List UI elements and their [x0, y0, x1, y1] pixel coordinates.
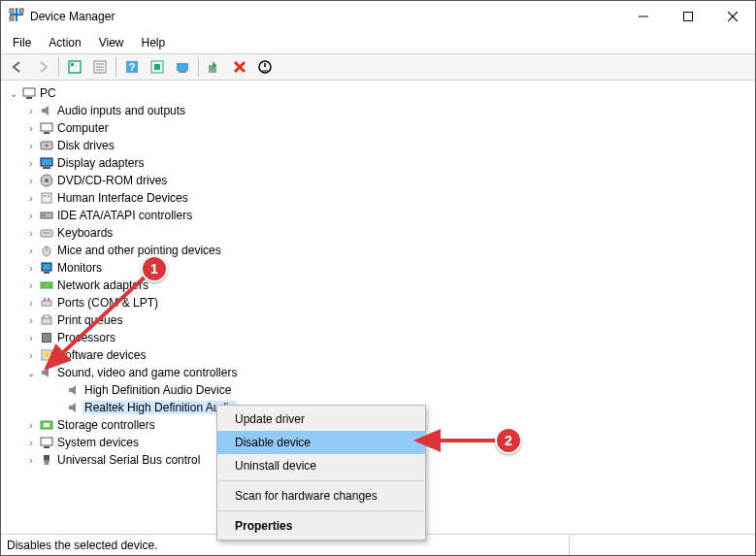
menu-item-uninstall-device[interactable]: Uninstall device [217, 454, 425, 477]
minimize-button[interactable] [621, 1, 666, 32]
tree-node[interactable]: ›IDE ATA/ATAPI controllers [3, 207, 753, 224]
maximize-button[interactable] [666, 1, 710, 32]
properties-button[interactable] [88, 55, 112, 79]
svg-rect-10 [69, 61, 81, 73]
uninstall-button[interactable] [228, 55, 251, 79]
annotation-arrow-2 [411, 433, 509, 448]
svg-rect-20 [177, 63, 188, 71]
context-menu: Update driver Disable device Uninstall d… [216, 405, 426, 540]
svg-rect-59 [44, 423, 49, 427]
svg-rect-4 [19, 9, 23, 13]
annotation-arrow-1 [35, 267, 161, 383]
toolbar: ? [1, 53, 755, 81]
tree-root-label: PC [38, 86, 58, 100]
tree-node-label: Disk drives [55, 139, 116, 152]
expand-icon[interactable]: › [24, 228, 38, 239]
tree-node-label: DVD/CD-ROM drives [55, 174, 169, 187]
annotation-badge-2: 2 [495, 427, 522, 454]
svg-rect-61 [44, 446, 49, 448]
expand-icon[interactable]: › [24, 455, 38, 466]
svg-point-2 [15, 13, 18, 16]
tree-node-label: Storage controllers [55, 418, 157, 432]
menu-item-disable-device[interactable]: Disable device [217, 431, 425, 454]
device-icon [38, 120, 55, 136]
expand-icon[interactable]: › [24, 193, 38, 204]
speaker-icon [65, 382, 82, 398]
tree-node-label: Keyboards [55, 226, 115, 240]
enable-button[interactable] [203, 55, 226, 79]
update-driver-button[interactable] [171, 55, 194, 79]
tree-node-label: Human Interface Devices [55, 191, 190, 205]
svg-rect-7 [684, 13, 693, 21]
tree-node[interactable]: ›Disk drives [3, 137, 753, 154]
window-title: Device Manager [30, 10, 621, 23]
tree-node-label: Mice and other pointing devices [55, 244, 223, 257]
svg-point-29 [46, 145, 49, 147]
menu-bar: File Action View Help [1, 32, 755, 53]
expand-icon[interactable]: › [24, 176, 38, 186]
menu-item-properties[interactable]: Properties [217, 514, 425, 538]
menu-divider [218, 480, 424, 481]
device-icon [38, 452, 55, 468]
speaker-icon [65, 400, 82, 415]
svg-rect-21 [179, 71, 186, 73]
svg-line-63 [47, 273, 149, 368]
menu-item-scan[interactable]: Scan for hardware changes [217, 484, 425, 507]
device-icon [38, 208, 55, 223]
menu-item-update-driver[interactable]: Update driver [217, 408, 425, 431]
expand-icon[interactable]: › [24, 420, 38, 431]
device-icon [38, 173, 55, 188]
forward-button[interactable] [31, 55, 54, 79]
tree-node[interactable]: ›DVD/CD-ROM drives [3, 172, 753, 189]
svg-rect-60 [41, 438, 52, 445]
menu-divider [218, 510, 424, 511]
tree-leaf[interactable]: High Definition Audio Device [3, 381, 753, 399]
svg-rect-34 [42, 193, 51, 203]
svg-text:?: ? [129, 61, 136, 73]
collapse-icon[interactable]: ⌄ [7, 88, 20, 99]
svg-rect-5 [10, 16, 14, 20]
tree-node-label: Audio inputs and outputs [55, 104, 187, 117]
menu-action[interactable]: Action [41, 34, 88, 51]
tree-node[interactable]: ›Display adapters [3, 154, 753, 172]
disable-button[interactable] [253, 55, 277, 79]
app-icon [9, 7, 24, 26]
tree-node-label: Computer [55, 121, 111, 135]
tree-node[interactable]: ›Human Interface Devices [3, 189, 753, 207]
computer-icon [20, 85, 38, 101]
tree-node-label: IDE ATA/ATAPI controllers [55, 209, 194, 222]
tree-node[interactable]: ›Audio inputs and outputs [3, 102, 753, 119]
svg-rect-31 [43, 167, 50, 169]
tree-node[interactable]: ›Mice and other pointing devices [3, 242, 753, 259]
close-button[interactable] [710, 1, 755, 32]
expand-icon[interactable]: › [24, 245, 38, 256]
tree-node-label: Display adapters [55, 156, 146, 170]
expand-icon[interactable]: › [24, 123, 38, 134]
tree-node[interactable]: ›Keyboards [3, 224, 753, 242]
svg-point-36 [48, 195, 49, 197]
tree-node-label: Universal Serial Bus control [55, 453, 202, 467]
menu-view[interactable]: View [91, 34, 132, 51]
expand-icon[interactable]: › [24, 211, 38, 221]
title-bar: Device Manager [1, 1, 755, 32]
svg-rect-62 [44, 455, 49, 460]
scan-button[interactable] [146, 55, 169, 79]
expand-icon[interactable]: › [24, 106, 38, 116]
back-button[interactable] [6, 55, 29, 79]
svg-rect-19 [154, 64, 160, 70]
help-button[interactable]: ? [120, 55, 144, 79]
tree-leaf-label: High Definition Audio Device [82, 383, 233, 397]
show-hidden-button[interactable] [63, 55, 86, 79]
device-icon [38, 435, 55, 450]
tree-root[interactable]: ⌄ PC [3, 84, 753, 102]
menu-file[interactable]: File [5, 34, 39, 51]
svg-rect-24 [23, 88, 35, 96]
tree-node[interactable]: ›Computer [3, 119, 753, 137]
device-icon [38, 225, 55, 241]
menu-help[interactable]: Help [134, 34, 174, 51]
svg-rect-25 [26, 97, 32, 99]
expand-icon[interactable]: › [24, 158, 38, 169]
tree-node-label: System devices [55, 436, 141, 449]
expand-icon[interactable]: › [24, 141, 38, 151]
expand-icon[interactable]: › [24, 438, 38, 448]
